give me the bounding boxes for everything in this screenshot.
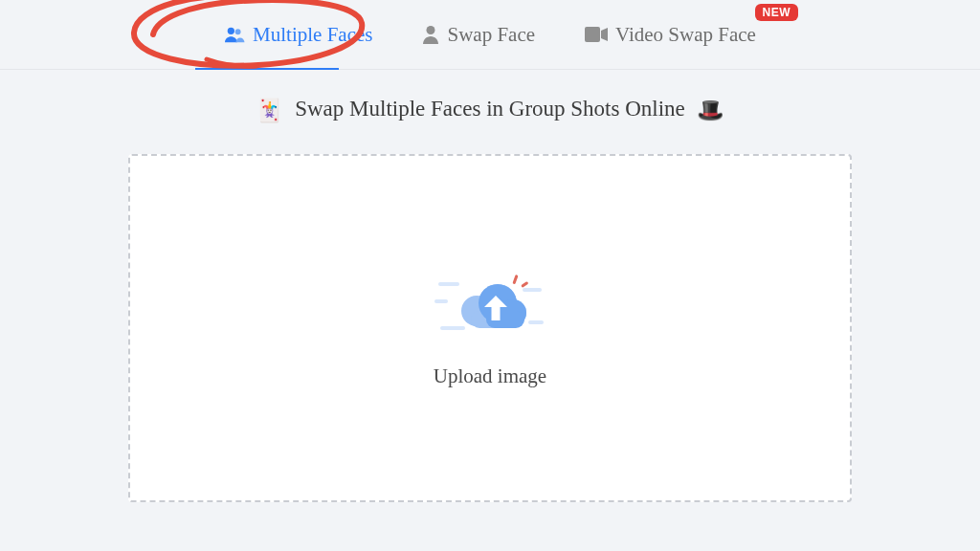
svg-rect-4 — [438, 282, 459, 286]
svg-rect-3 — [585, 27, 600, 42]
tab-label: Video Swap Face — [615, 23, 756, 47]
tab-label: Multiple Faces — [253, 23, 372, 47]
page-headline: 🃏 Swap Multiple Faces in Group Shots Onl… — [0, 97, 980, 123]
tab-swap-face[interactable]: Swap Face — [422, 23, 535, 47]
users-icon — [224, 25, 245, 44]
user-icon — [422, 25, 439, 44]
headline-text: Swap Multiple Faces in Group Shots Onlin… — [295, 97, 685, 121]
svg-rect-6 — [523, 288, 542, 292]
svg-point-1 — [235, 29, 241, 34]
video-icon — [585, 27, 608, 42]
svg-rect-10 — [521, 281, 528, 288]
upload-dropzone[interactable]: Upload image — [128, 154, 852, 502]
active-tab-indicator — [195, 68, 339, 70]
upload-label: Upload image — [434, 364, 546, 388]
emoji-magic-hat-icon: 🎩 — [697, 98, 724, 123]
svg-rect-9 — [512, 275, 518, 284]
tab-bar: Multiple Faces Swap Face Video Swap Face… — [0, 0, 980, 70]
svg-rect-7 — [528, 320, 544, 324]
tab-video-swap-face[interactable]: Video Swap Face — [585, 23, 756, 47]
svg-rect-5 — [434, 299, 448, 303]
svg-point-0 — [228, 28, 234, 34]
emoji-jester-icon: 🃏 — [256, 98, 283, 123]
cloud-upload-icon — [433, 269, 547, 343]
svg-rect-8 — [440, 326, 465, 330]
tab-label: Swap Face — [447, 23, 535, 47]
new-badge: NEW — [755, 4, 799, 21]
tab-multiple-faces[interactable]: Multiple Faces — [224, 23, 372, 47]
svg-point-2 — [427, 26, 435, 34]
